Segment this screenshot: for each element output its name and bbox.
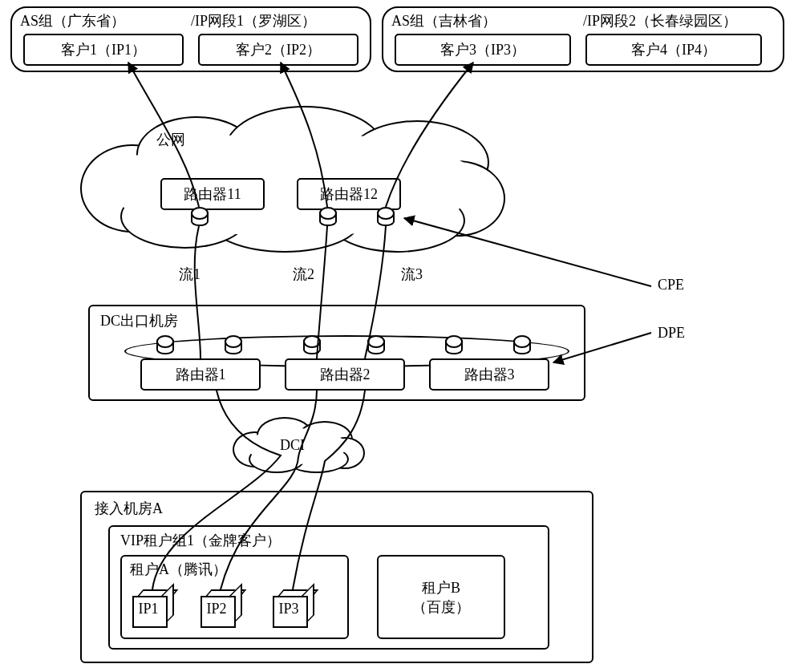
ip-cube-1: IP1 <box>132 589 174 628</box>
ip-label: /IP网段1（罗湖区） <box>191 11 362 30</box>
router-11-label: 路由器11 <box>184 184 241 204</box>
client-3-label: 客户3（IP3） <box>440 40 525 59</box>
port-icon <box>303 335 321 354</box>
as-group-1: AS组（广东省） /IP网段1（罗湖区） 客户1（IP1） 客户2（IP2） <box>10 6 371 72</box>
port-icon <box>513 335 531 354</box>
vip-group-title: VIP租户组1（金牌客户） <box>120 531 281 550</box>
flow3-label: 流3 <box>401 265 423 284</box>
flow1-label: 流1 <box>179 265 200 284</box>
as-group-2-title: AS组（吉林省） /IP网段2（长春绿园区） <box>391 11 775 30</box>
router-12-label: 路由器12 <box>320 184 378 204</box>
client-1-label: 客户1（IP1） <box>61 40 146 59</box>
router-11: 路由器11 <box>160 178 265 210</box>
client-3: 客户3（IP3） <box>395 34 571 66</box>
port-icon <box>445 335 463 354</box>
router-2: 路由器2 <box>285 358 405 391</box>
port-icon <box>191 207 209 226</box>
flow2-label: 流2 <box>293 265 314 284</box>
client-4-label: 客户4（IP4） <box>631 40 716 59</box>
port-icon <box>319 207 337 226</box>
router-3-label: 路由器3 <box>464 365 515 384</box>
tenant-a-title: 租户A（腾讯） <box>130 560 227 579</box>
dc-exit-title: DC出口机房 <box>100 311 178 330</box>
port-icon <box>367 335 385 354</box>
tenant-b: 租户B （百度） <box>377 555 505 639</box>
ip2-label: IP2 <box>200 601 233 617</box>
as-label: AS组（广东省） <box>20 11 191 30</box>
client-2-label: 客户2（IP2） <box>236 40 321 59</box>
access-room-title: 接入机房A <box>95 499 163 518</box>
as-group-2: AS组（吉林省） /IP网段2（长春绿园区） 客户3（IP3） 客户4（IP4） <box>382 6 784 72</box>
router-3: 路由器3 <box>429 358 549 391</box>
port-icon <box>377 207 395 226</box>
ip-label: /IP网段2（长春绿园区） <box>583 11 775 30</box>
as-label: AS组（吉林省） <box>391 11 583 30</box>
router-12: 路由器12 <box>297 178 401 210</box>
router-2-label: 路由器2 <box>320 365 371 384</box>
router-1-label: 路由器1 <box>176 365 226 384</box>
ip-cube-2: IP2 <box>200 589 242 628</box>
ip1-label: IP1 <box>132 601 164 617</box>
ip-cube-3: IP3 <box>273 589 314 628</box>
public-net-label: 公网 <box>156 130 185 149</box>
public-net-cloud <box>88 112 497 241</box>
cpe-label: CPE <box>658 277 684 293</box>
ip3-label: IP3 <box>273 601 305 617</box>
port-icon <box>156 335 174 354</box>
dci-label: DCI <box>280 437 305 454</box>
client-2: 客户2（IP2） <box>198 34 358 66</box>
client-1: 客户1（IP1） <box>23 34 184 66</box>
tenant-b-label: 租户B （百度） <box>412 578 470 617</box>
router-1: 路由器1 <box>140 358 261 391</box>
as-group-1-title: AS组（广东省） /IP网段1（罗湖区） <box>20 11 362 30</box>
client-4: 客户4（IP4） <box>585 34 762 66</box>
dpe-label: DPE <box>658 325 685 342</box>
port-icon <box>225 335 242 354</box>
